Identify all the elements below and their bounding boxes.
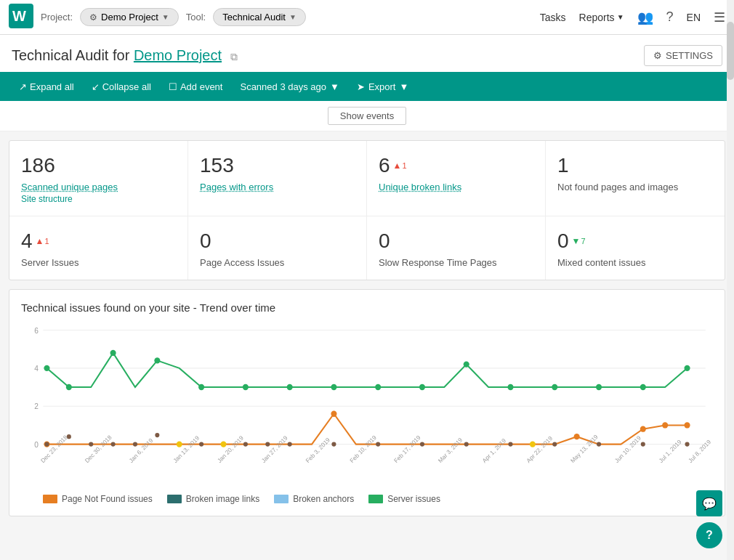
chart-dot [331, 442, 336, 446]
project-label: Project: [41, 12, 73, 23]
stat-unique-broken-links[interactable]: 6 ▲ 1 Unique broken links [367, 141, 546, 216]
toolbar: ↗ Expand all ↙ Collapse all ☐ Add event … [0, 72, 734, 101]
site-structure-link[interactable]: Site structure [21, 194, 176, 204]
chat-button[interactable]: 💬 [696, 490, 722, 516]
chart-dot [420, 442, 424, 446]
chart-title: Technical issues found on your site - Tr… [21, 301, 713, 314]
add-event-button[interactable]: ☐ Add event [161, 77, 230, 97]
tool-dropdown-arrow: ▼ [289, 13, 297, 21]
page-title: Technical Audit for Demo Project ⧉ [12, 47, 238, 64]
chart-dot [66, 384, 72, 390]
language-selector[interactable]: EN [687, 12, 701, 23]
stat-mixed-content[interactable]: 0 ▼ 7 Mixed content issues [546, 216, 725, 280]
slow-response-number: 0 [379, 230, 390, 253]
chart-dot [662, 422, 668, 428]
scanned-button[interactable]: Scanned 3 days ago ▼ [233, 77, 346, 97]
server-delta-arrow: ▲ [36, 236, 44, 246]
chart-dot [552, 442, 557, 446]
chart-dot [331, 411, 336, 417]
project-selector[interactable]: ⚙ Demo Project ▼ [80, 8, 179, 26]
chart-dot [155, 433, 159, 437]
server-issues-line [47, 353, 687, 387]
svg-text:W: W [12, 8, 26, 24]
chart-dot [111, 442, 116, 446]
chart-dot [331, 384, 336, 390]
scrollbar[interactable] [727, 0, 734, 525]
legend-color-server-issues [368, 495, 383, 503]
chart-area: 6 4 2 0 [21, 322, 713, 482]
svg-text:Dec 30, 2018: Dec 30, 2018 [84, 434, 113, 464]
settings-button[interactable]: ⚙ SETTINGS [644, 45, 722, 66]
show-events-button[interactable]: Show events [328, 107, 406, 125]
expand-all-button[interactable]: ↗ Expand all [12, 77, 81, 97]
server-issues-number: 4 [21, 230, 33, 253]
svg-text:Apr 22, 2019: Apr 22, 2019 [525, 435, 554, 465]
stat-page-access[interactable]: 0 Page Access Issues [188, 216, 367, 280]
stat-server-issues[interactable]: 4 ▲ 1 Server Issues [9, 216, 188, 280]
help-icon[interactable]: ? [666, 9, 674, 25]
chart-dot [640, 426, 646, 431]
chart-dot [288, 442, 292, 446]
slow-response-label: Slow Response Time Pages [379, 257, 533, 268]
export-button[interactable]: ➤ Export ▼ [350, 77, 416, 97]
legend-label-server-issues: Server issues [387, 494, 440, 504]
chart-dot [640, 384, 646, 390]
tasks-link[interactable]: Tasks [540, 12, 566, 23]
reports-link[interactable]: Reports ▼ [579, 12, 624, 23]
broken-links-label[interactable]: Unique broken links [379, 182, 533, 192]
chart-dot [287, 384, 293, 390]
expand-icon: ↗ [19, 81, 27, 92]
stats-row-2: 4 ▲ 1 Server Issues 0 Page Access Issues… [9, 216, 725, 280]
legend-server-issues: Server issues [368, 494, 440, 504]
chart-dot [530, 441, 536, 447]
legend-page-not-found: Page Not Found issues [43, 494, 153, 504]
menu-icon[interactable]: ☰ [714, 9, 725, 25]
add-event-icon: ☐ [169, 81, 177, 92]
legend-label-page-not-found: Page Not Found issues [62, 494, 153, 504]
trend-chart: 6 4 2 0 [21, 322, 713, 482]
svg-text:Jan 13, 2019: Jan 13, 2019 [172, 434, 201, 464]
svg-text:Feb 17, 2019: Feb 17, 2019 [393, 434, 422, 465]
chart-dot [464, 361, 469, 367]
logo[interactable]: W [9, 4, 33, 31]
svg-text:Jul 8, 2019: Jul 8, 2019 [687, 439, 713, 465]
chart-dot [641, 442, 645, 446]
pages-errors-label[interactable]: Pages with errors [200, 182, 355, 192]
tool-label: Tool: [186, 12, 206, 23]
scrollbar-thumb[interactable] [727, 22, 734, 80]
stat-not-found[interactable]: 1 Not found pages and images [546, 141, 725, 216]
svg-text:Apr 1, 2019: Apr 1, 2019 [481, 437, 507, 464]
not-found-number: 1 [557, 154, 569, 177]
legend-color-broken-anchors [274, 495, 289, 503]
chart-dot [154, 357, 160, 363]
legend-broken-anchors: Broken anchors [274, 494, 354, 504]
scanned-pages-number: 186 [21, 154, 55, 177]
scanned-pages-label[interactable]: Scanned unique pages [21, 182, 176, 192]
chart-dot [685, 442, 690, 446]
stat-slow-response[interactable]: 0 Slow Response Time Pages [367, 216, 546, 280]
chart-dot [89, 442, 93, 446]
svg-text:6: 6 [34, 327, 39, 335]
tool-name: Technical Audit [222, 12, 286, 23]
chart-dot [243, 384, 249, 390]
users-icon[interactable]: 👥 [637, 9, 653, 25]
stat-pages-with-errors[interactable]: 153 Pages with errors [188, 141, 367, 216]
mixed-content-label: Mixed content issues [557, 257, 713, 268]
project-name: Demo Project [101, 12, 158, 23]
svg-text:Feb 3, 2019: Feb 3, 2019 [305, 437, 331, 464]
chart-dot [552, 384, 557, 390]
chart-dot [220, 441, 226, 447]
chart-dot [596, 384, 602, 390]
page-header: Technical Audit for Demo Project ⧉ ⚙ SET… [0, 35, 734, 72]
page-access-number: 0 [200, 230, 211, 253]
svg-text:2: 2 [34, 402, 39, 410]
scanned-arrow: ▼ [330, 81, 339, 92]
tool-selector[interactable]: Technical Audit ▼ [213, 8, 306, 26]
mixed-content-number: 0 [557, 230, 569, 253]
chart-dot [597, 442, 601, 446]
project-link[interactable]: Demo Project [134, 47, 222, 63]
stat-scanned-pages[interactable]: 186 Scanned unique pages Site structure [9, 141, 188, 216]
help-button[interactable]: ? [696, 522, 722, 525]
collapse-all-button[interactable]: ↙ Collapse all [84, 77, 158, 97]
stats-row-1: 186 Scanned unique pages Site structure … [9, 141, 725, 216]
